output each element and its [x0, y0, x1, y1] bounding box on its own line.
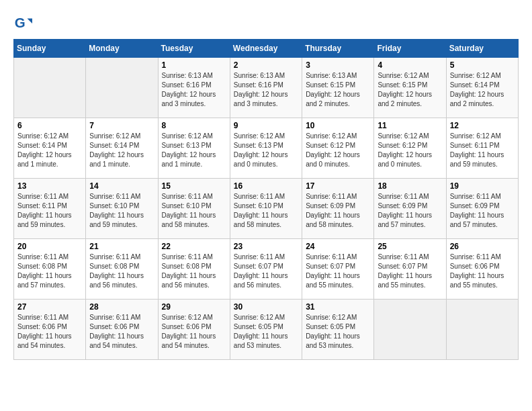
- day-number: 9: [234, 121, 298, 130]
- day-number: 22: [162, 242, 226, 251]
- weekday-header: Friday: [374, 40, 446, 58]
- day-number: 18: [378, 181, 442, 191]
- day-info: Sunrise: 6:12 AMSunset: 6:15 PMDaylight:…: [378, 71, 442, 109]
- day-info: Sunrise: 6:13 AMSunset: 6:16 PMDaylight:…: [234, 71, 298, 109]
- day-info: Sunrise: 6:12 AMSunset: 6:14 PMDaylight:…: [89, 132, 154, 169]
- day-info: Sunrise: 6:11 AMSunset: 6:10 PMDaylight:…: [234, 192, 298, 230]
- logo-icon: G: [13, 13, 32, 32]
- calendar-cell: 27Sunrise: 6:11 AMSunset: 6:06 PMDayligh…: [14, 300, 86, 360]
- day-info: Sunrise: 6:11 AMSunset: 6:08 PMDaylight:…: [162, 253, 226, 290]
- day-info: Sunrise: 6:12 AMSunset: 6:11 PMDaylight:…: [450, 132, 515, 169]
- calendar-cell: 26Sunrise: 6:11 AMSunset: 6:06 PMDayligh…: [446, 239, 518, 300]
- weekday-header: Tuesday: [158, 40, 230, 58]
- calendar-cell: 3Sunrise: 6:13 AMSunset: 6:15 PMDaylight…: [302, 58, 374, 118]
- day-number: 7: [89, 121, 154, 130]
- calendar-cell: 30Sunrise: 6:12 AMSunset: 6:05 PMDayligh…: [230, 300, 302, 360]
- page-header: G: [13, 13, 519, 32]
- day-info: Sunrise: 6:12 AMSunset: 6:06 PMDaylight:…: [162, 313, 226, 351]
- day-info: Sunrise: 6:13 AMSunset: 6:16 PMDaylight:…: [162, 71, 226, 109]
- day-number: 24: [306, 242, 370, 251]
- day-number: 29: [162, 302, 226, 312]
- day-info: Sunrise: 6:11 AMSunset: 6:09 PMDaylight:…: [378, 192, 442, 230]
- calendar-week-row: 27Sunrise: 6:11 AMSunset: 6:06 PMDayligh…: [14, 300, 519, 360]
- weekday-header-row: SundayMondayTuesdayWednesdayThursdayFrid…: [14, 40, 519, 58]
- calendar-cell: [374, 300, 446, 360]
- weekday-header: Sunday: [14, 40, 86, 58]
- calendar-cell: 14Sunrise: 6:11 AMSunset: 6:10 PMDayligh…: [86, 179, 158, 239]
- day-number: 11: [378, 121, 442, 130]
- calendar-cell: 2Sunrise: 6:13 AMSunset: 6:16 PMDaylight…: [230, 58, 302, 118]
- day-info: Sunrise: 6:11 AMSunset: 6:10 PMDaylight:…: [162, 192, 226, 230]
- day-number: 5: [450, 60, 515, 70]
- day-number: 19: [450, 181, 515, 191]
- day-info: Sunrise: 6:11 AMSunset: 6:09 PMDaylight:…: [306, 192, 370, 230]
- calendar-cell: 9Sunrise: 6:12 AMSunset: 6:13 PMDaylight…: [230, 118, 302, 179]
- svg-text:G: G: [15, 15, 26, 30]
- calendar-cell: 28Sunrise: 6:11 AMSunset: 6:06 PMDayligh…: [86, 300, 158, 360]
- day-number: 8: [162, 121, 226, 130]
- day-number: 26: [450, 242, 515, 251]
- day-number: 2: [234, 60, 298, 70]
- calendar-cell: 19Sunrise: 6:11 AMSunset: 6:09 PMDayligh…: [446, 179, 518, 239]
- calendar-cell: 8Sunrise: 6:12 AMSunset: 6:13 PMDaylight…: [158, 118, 230, 179]
- calendar-cell: 29Sunrise: 6:12 AMSunset: 6:06 PMDayligh…: [158, 300, 230, 360]
- day-info: Sunrise: 6:12 AMSunset: 6:14 PMDaylight:…: [17, 132, 82, 169]
- day-info: Sunrise: 6:12 AMSunset: 6:05 PMDaylight:…: [306, 313, 370, 351]
- day-number: 25: [378, 242, 442, 251]
- day-number: 30: [234, 302, 298, 312]
- calendar-cell: 22Sunrise: 6:11 AMSunset: 6:08 PMDayligh…: [158, 239, 230, 300]
- calendar-cell: 15Sunrise: 6:11 AMSunset: 6:10 PMDayligh…: [158, 179, 230, 239]
- day-info: Sunrise: 6:11 AMSunset: 6:06 PMDaylight:…: [89, 313, 154, 351]
- day-info: Sunrise: 6:11 AMSunset: 6:07 PMDaylight:…: [306, 253, 370, 290]
- day-info: Sunrise: 6:11 AMSunset: 6:08 PMDaylight:…: [89, 253, 154, 290]
- day-info: Sunrise: 6:11 AMSunset: 6:06 PMDaylight:…: [17, 313, 82, 351]
- day-number: 1: [162, 60, 226, 70]
- calendar-cell: 20Sunrise: 6:11 AMSunset: 6:08 PMDayligh…: [14, 239, 86, 300]
- calendar-cell: 13Sunrise: 6:11 AMSunset: 6:11 PMDayligh…: [14, 179, 86, 239]
- day-info: Sunrise: 6:12 AMSunset: 6:12 PMDaylight:…: [306, 132, 370, 169]
- day-number: 31: [306, 302, 370, 312]
- logo: G: [13, 13, 35, 32]
- calendar-cell: 17Sunrise: 6:11 AMSunset: 6:09 PMDayligh…: [302, 179, 374, 239]
- day-number: 16: [234, 181, 298, 191]
- calendar-cell: [446, 300, 518, 360]
- calendar-cell: 7Sunrise: 6:12 AMSunset: 6:14 PMDaylight…: [86, 118, 158, 179]
- day-info: Sunrise: 6:13 AMSunset: 6:15 PMDaylight:…: [306, 71, 370, 109]
- day-info: Sunrise: 6:11 AMSunset: 6:07 PMDaylight:…: [378, 253, 442, 290]
- weekday-header: Thursday: [302, 40, 374, 58]
- weekday-header: Wednesday: [230, 40, 302, 58]
- day-number: 17: [306, 181, 370, 191]
- day-info: Sunrise: 6:12 AMSunset: 6:13 PMDaylight:…: [234, 132, 298, 169]
- day-info: Sunrise: 6:11 AMSunset: 6:09 PMDaylight:…: [450, 192, 515, 230]
- day-number: 6: [17, 121, 82, 130]
- day-info: Sunrise: 6:12 AMSunset: 6:12 PMDaylight:…: [378, 132, 442, 169]
- calendar-week-row: 6Sunrise: 6:12 AMSunset: 6:14 PMDaylight…: [14, 118, 519, 179]
- calendar-cell: [86, 58, 158, 118]
- weekday-header: Saturday: [446, 40, 518, 58]
- day-number: 10: [306, 121, 370, 130]
- day-info: Sunrise: 6:12 AMSunset: 6:05 PMDaylight:…: [234, 313, 298, 351]
- day-info: Sunrise: 6:11 AMSunset: 6:11 PMDaylight:…: [17, 192, 82, 230]
- calendar-cell: 31Sunrise: 6:12 AMSunset: 6:05 PMDayligh…: [302, 300, 374, 360]
- day-info: Sunrise: 6:11 AMSunset: 6:08 PMDaylight:…: [17, 253, 82, 290]
- day-info: Sunrise: 6:12 AMSunset: 6:13 PMDaylight:…: [162, 132, 226, 169]
- weekday-header: Monday: [86, 40, 158, 58]
- calendar-cell: 23Sunrise: 6:11 AMSunset: 6:07 PMDayligh…: [230, 239, 302, 300]
- calendar-cell: 25Sunrise: 6:11 AMSunset: 6:07 PMDayligh…: [374, 239, 446, 300]
- day-number: 23: [234, 242, 298, 251]
- calendar-week-row: 1Sunrise: 6:13 AMSunset: 6:16 PMDaylight…: [14, 58, 519, 118]
- calendar-cell: 10Sunrise: 6:12 AMSunset: 6:12 PMDayligh…: [302, 118, 374, 179]
- calendar-week-row: 13Sunrise: 6:11 AMSunset: 6:11 PMDayligh…: [14, 179, 519, 239]
- calendar-cell: 24Sunrise: 6:11 AMSunset: 6:07 PMDayligh…: [302, 239, 374, 300]
- day-number: 13: [17, 181, 82, 191]
- day-info: Sunrise: 6:11 AMSunset: 6:10 PMDaylight:…: [89, 192, 154, 230]
- day-number: 28: [89, 302, 154, 312]
- day-number: 4: [378, 60, 442, 70]
- calendar-cell: 6Sunrise: 6:12 AMSunset: 6:14 PMDaylight…: [14, 118, 86, 179]
- day-number: 14: [89, 181, 154, 191]
- calendar-table: SundayMondayTuesdayWednesdayThursdayFrid…: [13, 39, 519, 360]
- day-number: 21: [89, 242, 154, 251]
- calendar-cell: 4Sunrise: 6:12 AMSunset: 6:15 PMDaylight…: [374, 58, 446, 118]
- calendar-cell: 12Sunrise: 6:12 AMSunset: 6:11 PMDayligh…: [446, 118, 518, 179]
- calendar-cell: 1Sunrise: 6:13 AMSunset: 6:16 PMDaylight…: [158, 58, 230, 118]
